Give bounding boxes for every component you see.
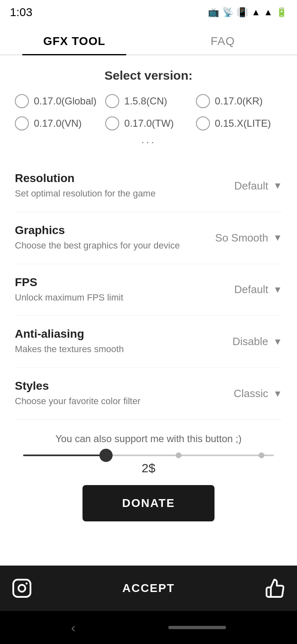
fps-arrow-icon: ▼ [273,284,282,295]
setting-row-antialiasing: Anti-aliasing Makes the textures smooth … [15,316,282,368]
svg-point-1 [19,585,26,592]
styles-arrow-icon: ▼ [273,388,282,399]
version-label-lite: 0.15.X(LITE) [215,118,271,129]
resolution-value: Default [234,180,268,192]
setting-row-fps: FPS Unlock maximum FPS limit Default ▼ [15,264,282,316]
radio-kr[interactable] [196,94,210,108]
version-label-tw: 0.17.0(TW) [124,118,174,129]
setting-info-antialiasing: Anti-aliasing Makes the textures smooth [15,327,233,356]
main-content: Select version: 0.17.0(Global) 1.5.8(CN)… [0,55,297,566]
setting-desc-fps: Unlock maximum FPS limit [15,291,226,304]
version-selector: Select version: 0.17.0(Global) 1.5.8(CN)… [15,69,282,149]
wifi-icon: ▲ [251,7,260,18]
status-icons: 📺 📡 📳 ▲ ▲ 🔋 [208,7,287,18]
setting-title-resolution: Resolution [15,172,226,185]
accept-button[interactable]: ACCEPT [40,570,257,606]
setting-title-graphics: Graphics [15,224,207,237]
version-option-global[interactable]: 0.17.0(Global) [15,94,101,108]
setting-title-styles: Styles [15,379,225,393]
version-label-global: 0.17.0(Global) [34,95,97,107]
status-bar: 1:03 📺 📡 📳 ▲ ▲ 🔋 [0,0,297,25]
setting-info-graphics: Graphics Choose the best graphics for yo… [15,224,215,252]
setting-row-resolution: Resolution Set optimal resolution for th… [15,160,282,212]
instagram-icon[interactable] [12,578,32,599]
setting-desc-resolution: Set optimal resolution for the game [15,187,226,200]
support-text: You can also support me with this button… [15,433,282,445]
thumbs-up-icon[interactable] [265,578,285,599]
tab-faq[interactable]: FAQ [148,25,297,54]
antialiasing-arrow-icon: ▼ [273,336,282,347]
antialiasing-dropdown[interactable]: Disable ▼ [233,335,283,348]
nav-bar: ‹ [0,611,297,644]
radio-vn[interactable] [15,116,29,130]
version-grid: 0.17.0(Global) 1.5.8(CN) 0.17.0(KR) 0.17… [15,94,282,130]
home-pill[interactable] [168,626,226,629]
fps-dropdown[interactable]: Default ▼ [234,283,282,296]
cast-icon: 📡 [222,7,233,18]
resolution-arrow-icon: ▼ [273,180,282,191]
support-section: You can also support me with this button… [15,433,282,521]
version-label-cn: 1.5.8(CN) [124,95,167,107]
setting-desc-antialiasing: Makes the textures smooth [15,343,224,356]
version-label-vn: 0.17.0(VN) [34,118,82,129]
more-dots[interactable]: ··· [15,135,282,149]
graphics-dropdown[interactable]: So Smooth ▼ [215,232,282,244]
graphics-arrow-icon: ▼ [273,232,282,243]
back-button[interactable]: ‹ [71,620,75,635]
donation-slider-container[interactable] [23,455,274,456]
vibrate-icon: 📳 [237,7,248,18]
tab-gfx-tool[interactable]: GFX TOOL [0,25,148,54]
version-option-tw[interactable]: 0.17.0(TW) [105,116,191,130]
graphics-value: So Smooth [215,232,269,244]
bottom-bar: ACCEPT [0,566,297,611]
radio-lite[interactable] [196,116,210,130]
radio-global[interactable] [15,94,29,108]
version-title: Select version: [15,69,282,83]
version-label-kr: 0.17.0(KR) [215,95,263,107]
tv-icon: 📺 [208,7,219,18]
settings-list: Resolution Set optimal resolution for th… [15,160,282,420]
setting-row-styles: Styles Choose your favorite color filter… [15,368,282,420]
status-time: 1:03 [10,6,33,19]
signal-icon: ▲ [264,7,273,18]
version-option-kr[interactable]: 0.17.0(KR) [196,94,282,108]
setting-desc-styles: Choose your favorite color filter [15,395,225,408]
setting-row-graphics: Graphics Choose the best graphics for yo… [15,212,282,264]
setting-title-fps: FPS [15,276,226,289]
battery-icon: 🔋 [276,7,287,18]
setting-desc-graphics: Choose the best graphics for your device [15,239,207,252]
radio-cn[interactable] [105,94,119,108]
tab-bar: GFX TOOL FAQ [0,25,297,55]
resolution-dropdown[interactable]: Default ▼ [234,180,282,192]
setting-info-styles: Styles Choose your favorite color filter [15,379,233,408]
version-option-cn[interactable]: 1.5.8(CN) [105,94,191,108]
svg-point-2 [26,582,28,585]
svg-rect-0 [13,580,31,597]
version-option-lite[interactable]: 0.15.X(LITE) [196,116,282,130]
version-option-vn[interactable]: 0.17.0(VN) [15,116,101,130]
setting-info-resolution: Resolution Set optimal resolution for th… [15,172,234,200]
styles-dropdown[interactable]: Classic ▼ [233,387,282,400]
donate-button[interactable]: DONATE [82,485,214,521]
antialiasing-value: Disable [233,335,269,348]
radio-tw[interactable] [105,116,119,130]
setting-title-antialiasing: Anti-aliasing [15,327,224,341]
fps-value: Default [234,283,268,296]
styles-value: Classic [233,387,268,400]
setting-info-fps: FPS Unlock maximum FPS limit [15,276,234,304]
